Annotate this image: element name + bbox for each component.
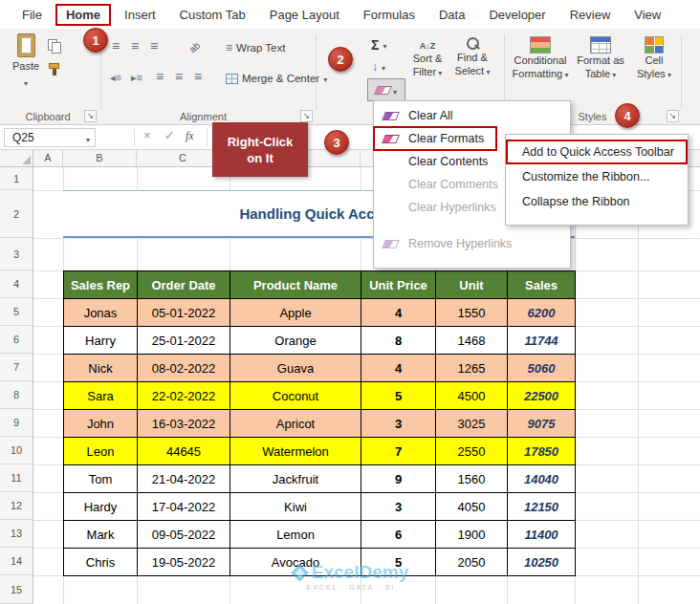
table-cell[interactable]: Kiwi — [230, 493, 361, 521]
table-cell[interactable]: 3 — [361, 410, 436, 438]
row-header-13[interactable]: 13 — [0, 520, 33, 548]
table-cell[interactable]: 17-04-2022 — [138, 493, 230, 521]
table-cell[interactable]: Jonas — [64, 299, 138, 327]
column-header-b[interactable]: B — [63, 150, 137, 166]
table-cell[interactable]: Jackfruit — [230, 465, 361, 493]
clear-button[interactable] — [367, 78, 405, 101]
copy-button[interactable] — [46, 38, 65, 55]
tab-custom-tab[interactable]: Custom Tab — [169, 4, 256, 26]
row-header-10[interactable]: 10 — [0, 437, 33, 464]
format-painter-button[interactable] — [46, 61, 65, 78]
format-as-table-button[interactable]: Format as Table — [574, 36, 627, 109]
table-cell[interactable]: 4 — [361, 299, 436, 327]
column-header-a[interactable]: A — [33, 150, 63, 166]
row-header-15[interactable]: 15 — [0, 575, 33, 604]
table-cell[interactable]: Mark — [64, 521, 138, 549]
table-cell[interactable]: 19-05-2022 — [138, 549, 230, 576]
table-cell[interactable]: 1265 — [436, 355, 508, 382]
conditional-formatting-button[interactable]: Conditional Formatting — [510, 36, 571, 109]
dialog-launcher-icon[interactable] — [84, 110, 97, 122]
table-cell[interactable]: 1900 — [436, 521, 508, 549]
dialog-launcher-icon[interactable] — [300, 110, 313, 122]
context-menu-item-collapse-the-ribbon[interactable]: Collapse the Ribbon — [506, 189, 688, 214]
table-cell[interactable]: 3025 — [436, 410, 508, 438]
tab-view[interactable]: View — [623, 4, 671, 26]
table-cell[interactable]: Nick — [64, 355, 138, 382]
autosum-button[interactable] — [371, 35, 386, 54]
table-cell[interactable]: 6200 — [508, 299, 576, 327]
table-header-cell[interactable]: Order Date — [138, 271, 230, 299]
table-cell[interactable]: 1560 — [436, 465, 508, 493]
table-cell[interactable]: 12150 — [508, 493, 576, 521]
decrease-indent-icon[interactable] — [107, 69, 124, 86]
table-cell[interactable]: Coconut — [230, 382, 361, 410]
table-cell[interactable]: 14040 — [508, 465, 576, 493]
table-cell[interactable]: Guava — [230, 355, 361, 382]
table-cell[interactable]: 5060 — [508, 355, 576, 382]
table-header-cell[interactable]: Product Name — [230, 271, 361, 299]
align-middle-icon[interactable] — [126, 38, 143, 55]
align-center-icon[interactable] — [170, 69, 187, 86]
tab-data[interactable]: Data — [428, 4, 475, 26]
table-cell[interactable]: 1468 — [436, 327, 508, 355]
table-cell[interactable]: 2050 — [436, 549, 508, 576]
tab-insert[interactable]: Insert — [114, 4, 166, 26]
table-cell[interactable]: Tom — [64, 465, 138, 493]
tab-formulas[interactable]: Formulas — [353, 4, 426, 26]
table-cell[interactable]: 22500 — [508, 382, 576, 410]
table-cell[interactable]: 11744 — [508, 327, 576, 355]
row-header-3[interactable]: 3 — [0, 238, 33, 270]
table-header-cell[interactable]: Sales — [508, 271, 576, 299]
table-cell[interactable]: Leon — [64, 438, 138, 465]
row-header-6[interactable]: 6 — [0, 326, 33, 354]
fill-button[interactable] — [372, 57, 385, 76]
table-header-cell[interactable]: Unit — [436, 271, 508, 299]
table-cell[interactable]: 25-01-2022 — [138, 327, 230, 355]
merge-center-button[interactable]: Merge & Center — [226, 69, 327, 88]
cell-styles-button[interactable]: Cell Styles — [629, 36, 679, 109]
table-header-cell[interactable]: Unit Price — [361, 271, 436, 299]
table-cell[interactable]: 2550 — [436, 438, 508, 465]
table-cell[interactable]: 21-04-2022 — [138, 465, 230, 493]
align-left-icon[interactable] — [151, 69, 168, 86]
tab-page-layout[interactable]: Page Layout — [259, 4, 350, 26]
orientation-icon[interactable] — [189, 42, 200, 53]
table-cell[interactable]: 5 — [361, 382, 436, 410]
enter-icon[interactable] — [164, 128, 175, 142]
table-cell[interactable]: 9 — [361, 465, 436, 493]
table-cell[interactable]: 4 — [361, 355, 436, 382]
select-all-button[interactable] — [0, 150, 33, 166]
row-header-11[interactable]: 11 — [0, 464, 33, 492]
table-cell[interactable]: 4050 — [436, 493, 508, 521]
row-header-1[interactable]: 1 — [0, 167, 33, 190]
table-cell[interactable]: Orange — [230, 327, 361, 355]
tab-developer[interactable]: Developer — [478, 4, 556, 26]
table-cell[interactable]: Apricot — [230, 410, 361, 438]
wrap-text-button[interactable]: Wrap Text — [226, 38, 285, 57]
align-right-icon[interactable] — [189, 69, 207, 86]
row-header-9[interactable]: 9 — [0, 409, 33, 437]
menu-item-remove-hyperlinks[interactable]: Remove Hyperlinks — [374, 232, 570, 255]
table-cell[interactable]: 10250 — [508, 549, 576, 576]
menu-item-clear-all[interactable]: Clear All — [374, 104, 570, 127]
tab-review[interactable]: Review — [559, 4, 622, 26]
menu-item-clear-formats[interactable]: Clear Formats — [374, 127, 496, 150]
table-cell[interactable]: 6 — [361, 521, 436, 549]
name-box-caret-icon[interactable] — [86, 130, 90, 149]
dialog-launcher-icon[interactable] — [667, 110, 679, 122]
find-select-button[interactable]: Find & Select — [449, 36, 495, 109]
row-header-8[interactable]: 8 — [0, 381, 33, 409]
row-header-12[interactable]: 12 — [0, 492, 33, 520]
table-cell[interactable]: 09-05-2022 — [138, 521, 230, 549]
table-cell[interactable]: 1550 — [436, 299, 508, 327]
table-cell[interactable]: Hardy — [64, 493, 138, 521]
table-header-cell[interactable]: Sales Rep — [64, 271, 138, 299]
table-cell[interactable]: 9075 — [508, 410, 576, 438]
context-menu-item-add-to-quick-access-toolbar[interactable]: Add to Quick Access Toolbar — [506, 140, 688, 164]
table-cell[interactable]: 05-01-2022 — [138, 299, 230, 327]
table-cell[interactable]: 17850 — [508, 438, 576, 465]
table-cell[interactable]: Lemon — [230, 521, 361, 549]
table-cell[interactable]: Watermelon — [230, 438, 361, 465]
row-header-4[interactable]: 4 — [0, 270, 33, 298]
name-box[interactable]: Q25 — [4, 128, 96, 147]
